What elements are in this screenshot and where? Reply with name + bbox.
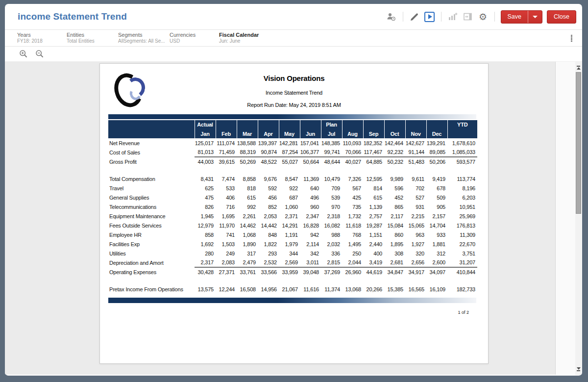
cell-value: 55,027 bbox=[279, 157, 300, 166]
report-company-name: Vision Operations bbox=[100, 74, 488, 82]
panel-resize-icon[interactable] bbox=[463, 11, 473, 22]
table-row: Fees Outside Services12,97911,97014,4621… bbox=[108, 221, 477, 230]
cell-value: 50,206 bbox=[426, 157, 447, 166]
cell-value: 87,254 bbox=[279, 148, 300, 157]
report-table-body: Net Revenue125,017111,074138,588139,3971… bbox=[108, 138, 477, 294]
month-header-cell: Oct bbox=[384, 129, 405, 138]
row-label: Employee HR bbox=[108, 230, 195, 239]
zoom-out-icon[interactable] bbox=[35, 49, 45, 59]
cell-value: 592 bbox=[258, 183, 279, 193]
page-title: income Statement Trend bbox=[18, 11, 127, 22]
cell-value: 50,269 bbox=[237, 157, 258, 166]
cell-value: 11,618 bbox=[342, 221, 363, 230]
cell-value: 16,082 bbox=[321, 221, 342, 230]
row-label: Pretax Income From Operations bbox=[108, 284, 195, 294]
cell-value: 1,139 bbox=[363, 202, 384, 211]
pov-dimension-currencies[interactable]: Currencies USD bbox=[170, 32, 219, 44]
cell-value: 44,619 bbox=[363, 267, 384, 277]
save-dropdown-caret[interactable] bbox=[528, 16, 542, 18]
cell-value: 2,532 bbox=[258, 258, 279, 267]
column-group-cell bbox=[279, 120, 300, 129]
cell-value: 678 bbox=[426, 183, 447, 193]
column-group-cell bbox=[405, 120, 426, 129]
cell-value: 2,317 bbox=[195, 258, 216, 267]
cell-value: 970 bbox=[321, 202, 342, 211]
vertical-scrollbar[interactable] bbox=[575, 62, 582, 375]
cell-value: 22,670 bbox=[447, 239, 477, 249]
cell-value: 988 bbox=[321, 230, 342, 239]
cell-value: 44,003 bbox=[195, 157, 216, 166]
cell-value: 34,097 bbox=[426, 267, 447, 277]
edit-pencil-icon[interactable] bbox=[409, 11, 420, 22]
scrollbar-thumb[interactable] bbox=[576, 72, 581, 214]
cell-value: 30,428 bbox=[195, 267, 216, 277]
row-label: Net Revenue bbox=[108, 138, 195, 148]
cell-value: 15,065 bbox=[405, 221, 426, 230]
column-group-cell: Actual bbox=[195, 120, 216, 129]
cell-value: 110,093 bbox=[342, 138, 363, 148]
pov-dimension-fiscal-calendar[interactable]: Fiscal Calendar Jun: June bbox=[219, 32, 269, 44]
table-row: Facilities Exp1,6921,5031,8901,8221,9792… bbox=[108, 239, 477, 249]
save-button[interactable]: Save bbox=[501, 10, 543, 24]
cell-value: 1,085,033 bbox=[447, 148, 477, 157]
cell-value: 2,318 bbox=[321, 211, 342, 221]
cell-value: 15,385 bbox=[384, 284, 405, 294]
cell-value: 33,959 bbox=[279, 267, 300, 277]
pov-dimension-entities[interactable]: Entities Total Entities bbox=[67, 32, 118, 44]
cell-value: 16,828 bbox=[300, 221, 321, 230]
cell-value: 3,011 bbox=[300, 258, 321, 267]
row-label: Operating Expenses bbox=[108, 267, 195, 277]
cell-value: 157,041 bbox=[300, 138, 321, 148]
report-header: Vision Operations Income Statement Trend… bbox=[100, 64, 488, 108]
cell-value: 51,483 bbox=[405, 157, 426, 166]
cell-value: 33,566 bbox=[258, 267, 279, 277]
pov-label: Fiscal Calendar bbox=[219, 32, 269, 38]
cell-value: 625 bbox=[195, 183, 216, 193]
cell-value: 148,385 bbox=[321, 138, 342, 148]
cell-value: 13,575 bbox=[195, 284, 216, 294]
scroll-down-button[interactable] bbox=[575, 365, 582, 373]
pov-value: AllSegments: All Se... bbox=[118, 38, 170, 44]
pov-dimension-segments[interactable]: Segments AllSegments: All Se... bbox=[118, 32, 170, 44]
cell-value: 37,269 bbox=[321, 267, 342, 277]
cell-value: 14,291 bbox=[279, 221, 300, 230]
settings-gear-icon[interactable]: ⚙ bbox=[478, 11, 489, 22]
cell-value: 1,822 bbox=[258, 239, 279, 249]
cell-value: 640 bbox=[300, 183, 321, 193]
cell-value: 19,287 bbox=[363, 221, 384, 230]
cell-value: 905 bbox=[426, 202, 447, 211]
title-bar: income Statement Trend bbox=[5, 4, 582, 29]
row-label: General Supplies bbox=[108, 193, 195, 202]
toolbar: ⚙ Save Close bbox=[386, 10, 576, 24]
save-button-label: Save bbox=[501, 13, 528, 20]
scroll-up-button[interactable] bbox=[575, 64, 582, 72]
toolbar-divider bbox=[494, 12, 495, 22]
cell-value: 702 bbox=[405, 183, 426, 193]
row-label: Gross Profit bbox=[108, 157, 195, 166]
column-group-cell bbox=[216, 120, 237, 129]
zoom-in-icon[interactable] bbox=[19, 49, 28, 59]
run-preview-icon[interactable] bbox=[424, 11, 435, 22]
cell-value: 615 bbox=[237, 193, 258, 202]
row-label: Depreciation and Amort bbox=[108, 258, 195, 267]
insert-chart-icon[interactable] bbox=[447, 11, 458, 22]
pov-dimension-years[interactable]: Years FY18: 2018 bbox=[17, 32, 67, 44]
cell-value: 280 bbox=[195, 249, 216, 258]
pov-options-kebab-icon[interactable] bbox=[570, 34, 573, 43]
column-group-cell bbox=[237, 120, 258, 129]
pov-label: Segments bbox=[118, 32, 170, 38]
cell-value: 249 bbox=[216, 249, 237, 258]
cell-value: 2,371 bbox=[279, 211, 300, 221]
toolbar-divider bbox=[441, 12, 441, 22]
table-row: Net Revenue125,017111,074138,588139,3971… bbox=[108, 138, 477, 148]
user-status-icon[interactable] bbox=[386, 11, 397, 22]
toolbar-divider bbox=[403, 12, 403, 22]
close-button[interactable]: Close bbox=[547, 10, 576, 24]
cell-value: 9,989 bbox=[384, 174, 405, 183]
cell-value: 142,464 bbox=[384, 138, 405, 148]
row-label: Utilities bbox=[108, 249, 195, 258]
cell-value: 1,495 bbox=[342, 239, 363, 249]
spacer-row bbox=[108, 166, 477, 174]
spacer-row bbox=[108, 277, 477, 284]
ytd-header-cell bbox=[447, 129, 477, 138]
